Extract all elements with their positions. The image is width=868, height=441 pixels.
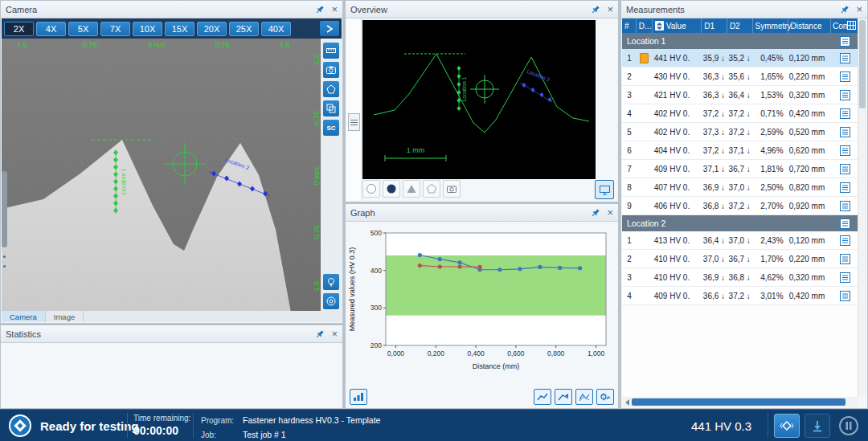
ruler-tick-label: -1.5 (14, 41, 27, 49)
close-icon[interactable]: × (331, 4, 338, 14)
close-icon[interactable]: × (607, 207, 613, 218)
measurements-panel-title: Measurements (626, 5, 840, 14)
vertical-scrollbar[interactable] (858, 18, 866, 397)
export-button[interactable] (805, 414, 830, 438)
pin-icon[interactable] (315, 5, 325, 14)
column-number[interactable]: # (622, 18, 637, 33)
magnification-2x-button[interactable]: 2X (4, 22, 34, 36)
magnification-7x-button[interactable]: 7X (100, 22, 130, 36)
snapshot-icon[interactable] (323, 62, 339, 78)
comment-button[interactable] (831, 90, 858, 100)
magnification-5x-button[interactable]: 5X (68, 22, 98, 36)
scroll-left-arrow[interactable] (622, 397, 632, 407)
horizontal-scrollbar[interactable] (622, 397, 858, 407)
measurement-row[interactable]: 1441 HV 0.35,9 ↓35,2 ↓0,45%0,120 mm (622, 49, 858, 67)
magnification-40x-button[interactable]: 40X (261, 22, 291, 36)
pin-icon[interactable] (591, 5, 600, 14)
measurement-row[interactable]: 1413 HV 0.36,4 ↓37,0 ↓2,43%0,120 mm (622, 231, 858, 250)
sort-icon[interactable] (655, 21, 664, 31)
magnification-next-button[interactable] (320, 21, 339, 36)
comment-button[interactable] (831, 235, 858, 246)
column-value[interactable]: Value (653, 18, 702, 33)
group-header-row[interactable]: Location 1 (622, 33, 858, 49)
column-distance[interactable]: Distance (788, 18, 831, 33)
measurement-row[interactable]: 4402 HV 0.37,2 ↓37,2 ↓0,71%0,420 mm (622, 104, 858, 123)
close-icon[interactable]: × (856, 4, 862, 14)
d1-value: 36,4 ↓ (702, 236, 727, 245)
comment-button[interactable] (831, 201, 858, 211)
polygon-icon[interactable] (423, 180, 440, 198)
comment-button[interactable] (831, 145, 858, 156)
comment-button[interactable] (831, 127, 858, 137)
magnification-20x-button[interactable]: 20X (197, 22, 227, 36)
comment-button[interactable] (831, 108, 858, 119)
snapshot-icon[interactable] (443, 180, 461, 198)
chart-mode-icon[interactable] (350, 389, 367, 405)
scrollbar-thumb[interactable] (632, 398, 845, 406)
overlay-icon[interactable] (323, 100, 339, 116)
illumination-icon[interactable] (323, 274, 339, 290)
splitter-handle[interactable] (2, 171, 7, 247)
comment-button[interactable] (831, 164, 858, 174)
circle-outline-icon[interactable] (362, 180, 380, 198)
magnification-bar: 2X4X5X7X10X15X20X25X40X (2, 18, 342, 39)
group-comment-button[interactable] (831, 218, 858, 229)
pause-button[interactable] (838, 415, 859, 439)
measurement-row[interactable]: 4409 HV 0.36,6 ↓37,2 ↓3,01%0,420 mm (622, 287, 858, 305)
comment-button[interactable] (831, 254, 858, 264)
column-symmetry[interactable]: Symmetry (753, 18, 788, 33)
comment-button[interactable] (831, 272, 858, 283)
magnification-15x-button[interactable]: 15X (165, 22, 194, 36)
measurement-row[interactable]: 3421 HV 0.36,3 ↓36,4 ↓1,53%0,320 mm (622, 86, 858, 104)
pin-icon[interactable] (591, 208, 600, 218)
chart-settings-icon[interactable] (596, 389, 614, 405)
measurement-row[interactable]: 6404 HV 0.37,2 ↓37,1 ↓4,96%0,620 mm (622, 141, 858, 160)
comment-button[interactable] (831, 182, 858, 193)
surface-icon[interactable] (323, 81, 339, 97)
job-label: Job: (201, 429, 243, 441)
measurement-row[interactable]: 3410 HV 0.36,9 ↓36,8 ↓4,62%0,320 mm (622, 268, 858, 287)
column-d[interactable]: D... (637, 18, 653, 33)
sc-button[interactable]: SC (323, 120, 339, 136)
comment-button[interactable] (831, 53, 858, 63)
pin-icon[interactable] (840, 5, 850, 14)
camera-live-view[interactable]: Location 1 Location 2 -1.5-0.750 mm0.751… (2, 39, 322, 312)
tab-image[interactable]: Image (46, 311, 84, 322)
start-test-button[interactable] (774, 414, 800, 438)
measurement-row[interactable]: 8407 HV 0.36,9 ↓37,0 ↓2,50%0,820 mm (622, 178, 858, 197)
close-icon[interactable]: × (607, 4, 613, 14)
measurement-row[interactable]: 7409 HV 0.37,1 ↓36,7 ↓1,81%0,720 mm (622, 160, 858, 178)
triangle-icon[interactable] (403, 180, 420, 198)
fullscreen-icon[interactable] (595, 180, 614, 199)
group-header-row[interactable]: Location 2 (622, 215, 858, 231)
magnification-4x-button[interactable]: 4X (36, 22, 66, 36)
comment-note-icon (840, 291, 850, 301)
comment-note-icon (840, 182, 850, 193)
multi-series-icon[interactable] (575, 389, 593, 405)
circle-filled-icon[interactable] (383, 180, 400, 198)
measurement-row[interactable]: 2430 HV 0.36,3 ↓35,6 ↓1,65%0,220 mm (622, 67, 858, 86)
overview-map[interactable]: Location 1 Location 2 1 mm (362, 20, 596, 179)
magnification-25x-button[interactable]: 25X (229, 22, 259, 36)
comment-button[interactable] (831, 291, 858, 301)
column-chooser-icon[interactable] (847, 21, 856, 31)
comment-button[interactable] (831, 71, 858, 82)
column-d1[interactable]: D1 (702, 18, 727, 33)
tab-camera[interactable]: Camera (2, 311, 46, 322)
column-d2[interactable]: D2 (727, 18, 753, 33)
measurement-row[interactable]: 9406 HV 0.36,8 ↓37,2 ↓2,70%0,920 mm (622, 197, 858, 215)
measurement-row[interactable]: 5402 HV 0.37,3 ↓37,2 ↓2,59%0,520 mm (622, 123, 858, 141)
group-comment-button[interactable] (831, 36, 858, 47)
scale-bar-icon[interactable] (323, 43, 339, 59)
pin-icon[interactable] (315, 329, 325, 339)
autofocus-icon[interactable] (323, 293, 339, 309)
d1-value: 37,3 ↓ (702, 128, 727, 137)
line-chart-icon[interactable] (534, 389, 551, 405)
column-comment[interactable]: Comme. (831, 18, 858, 33)
overview-expander-handle[interactable] (348, 113, 360, 131)
magnification-10x-button[interactable]: 10X (133, 22, 162, 36)
close-icon[interactable]: × (331, 329, 338, 339)
chart-export-icon[interactable] (555, 389, 572, 405)
measurement-row[interactable]: 2410 HV 0.37,0 ↓36,7 ↓1,70%0,220 mm (622, 250, 858, 268)
scrollbar-thumb[interactable] (859, 20, 866, 108)
